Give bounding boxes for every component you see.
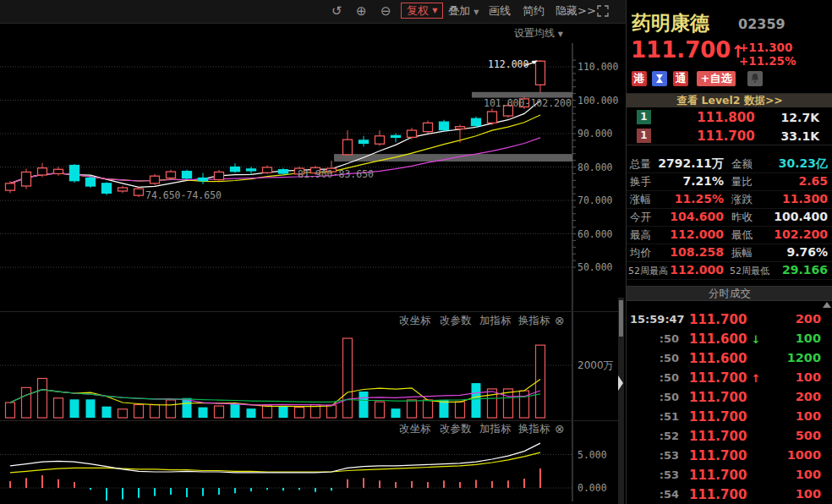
panel-divider xyxy=(0,311,618,312)
trade-price: 111.700 xyxy=(689,448,747,463)
tape-row: :53 111.700 1000 xyxy=(627,446,832,465)
stat-label: 振幅 xyxy=(731,246,753,260)
switch-indicator-link[interactable]: 换指标 xyxy=(518,422,550,436)
trade-price: 111.600 ↓ xyxy=(689,331,760,347)
close-panel-icon[interactable]: ⊗ xyxy=(555,422,565,436)
stat-row: 最高112.000 最低102.200 xyxy=(627,226,832,244)
close-panel-icon[interactable]: ⊗ xyxy=(555,314,565,327)
trade-time: :51 xyxy=(630,410,679,423)
stat-row: 总量2792.11万 金额30.23亿 xyxy=(627,155,832,173)
y-axis-label: 50.000 xyxy=(577,261,613,273)
trade-volume: 200 xyxy=(796,390,821,403)
stat-value: 112.000 xyxy=(657,263,724,277)
volume-axis-label: 2000万 xyxy=(577,359,614,371)
switch-indicator-link[interactable]: 换指标 xyxy=(518,314,550,328)
chart-toolbar: ↺ ⊕ ⊖ 复权 ▼ 叠加 ▼ 画线 简约 隐藏>> xyxy=(0,0,626,24)
overlay-button[interactable]: 叠加 ▼ xyxy=(448,4,479,19)
add-indicator-link[interactable]: 加指标 xyxy=(479,314,512,328)
change-params-link[interactable]: 改参数 xyxy=(440,314,472,328)
adjust-price-label: 复权 xyxy=(407,4,429,17)
trade-volume: 500 xyxy=(796,429,821,442)
simple-mode-button[interactable]: 简约 xyxy=(523,4,545,18)
vertical-scrollbar[interactable] xyxy=(618,298,624,504)
caret-down-icon: ▼ xyxy=(558,30,563,38)
panel-divider xyxy=(0,420,618,421)
trade-volume: 100 xyxy=(796,331,821,345)
last-price: 111.700↑ xyxy=(631,37,745,63)
add-indicator-link[interactable]: 加指标 xyxy=(479,422,512,436)
stat-value: 2792.11万 xyxy=(657,156,724,172)
stat-label: 均价 xyxy=(630,246,651,260)
alert-bell-icon[interactable] xyxy=(747,71,763,86)
ask-rank-badge: 1 xyxy=(637,110,651,124)
ask-size: 12.7K xyxy=(781,111,819,124)
stat-label: 金额 xyxy=(731,157,753,172)
change-params-link[interactable]: 改参数 xyxy=(440,422,472,436)
gap-annotation-old: 74.650-74.650 xyxy=(145,189,222,201)
draw-line-button[interactable]: 画线 xyxy=(489,4,511,18)
trade-price: 111.600 xyxy=(689,351,747,366)
change-axis-link[interactable]: 改坐标 xyxy=(399,314,431,328)
change-value: +11.300 xyxy=(739,41,796,54)
indicator-axis-label: 0.000 xyxy=(577,482,607,494)
change-axis-link[interactable]: 改坐标 xyxy=(399,422,431,436)
stat-label: 换手 xyxy=(630,175,651,189)
stat-label: 涨幅 xyxy=(630,193,651,207)
scrollbar-thumb[interactable] xyxy=(619,300,623,337)
stat-label: 最高 xyxy=(630,228,651,243)
zoom-in-icon[interactable]: ⊕ xyxy=(356,3,367,19)
collapse-panel-handle[interactable] xyxy=(618,375,623,391)
trade-time: 15:59:47 xyxy=(630,313,679,326)
divider xyxy=(627,145,832,145)
stat-row: 换手7.21% 量比2.65 xyxy=(627,173,832,191)
ma-settings-label: 设置均线 xyxy=(514,27,555,39)
trade-price: 111.700 xyxy=(689,390,747,405)
trade-price: 111.700 xyxy=(689,409,747,425)
trade-price: 111.700 xyxy=(689,468,747,483)
tape-row: :51 111.700 100 xyxy=(627,407,832,426)
y-axis-label: 80.000 xyxy=(577,162,613,173)
day-high-annotation: 112.000 xyxy=(488,58,528,70)
stat-value: 30.23亿 xyxy=(758,156,828,172)
bid-rank-badge: 1 xyxy=(637,129,651,143)
trade-time: :52 xyxy=(630,430,679,442)
price-ma-layer xyxy=(10,101,540,187)
ma-settings-dropdown[interactable]: 设置均线 ▼ xyxy=(514,26,563,41)
trade-volume: 100 xyxy=(796,409,821,423)
stat-value: 7.21% xyxy=(657,174,724,188)
trade-time: :53 xyxy=(630,449,679,462)
undo-icon[interactable]: ↺ xyxy=(331,3,342,19)
zoom-out-icon[interactable]: ⊖ xyxy=(380,3,391,19)
tape-row: :54 111.700 100 xyxy=(627,485,832,504)
stat-value: 11.300 xyxy=(758,192,828,205)
trade-volume: 100 xyxy=(796,487,821,501)
stat-row: 今开104.600 昨收100.400 xyxy=(627,208,832,227)
stat-value: 104.600 xyxy=(657,210,724,223)
stat-value: 2.65 xyxy=(758,174,828,188)
scroll-up-icon[interactable] xyxy=(823,302,831,308)
y-axis-label: 90.000 xyxy=(577,128,613,140)
y-axis-label: 100.000 xyxy=(577,95,619,107)
stat-label: 最低 xyxy=(731,228,753,243)
trade-time: :53 xyxy=(630,468,679,481)
tape-row: :50 111.600 ↓ 100 xyxy=(627,329,832,348)
trade-volume: 200 xyxy=(796,312,821,326)
adjust-price-button[interactable]: 复权 ▼ xyxy=(401,3,443,19)
add-watchlist-button[interactable]: +自选 xyxy=(697,71,736,86)
tape-row: :53 111.700 100 xyxy=(627,465,832,485)
bid-size: 33.1K xyxy=(781,129,819,143)
stock-code: 02359 xyxy=(738,16,785,32)
fullscreen-icon[interactable] xyxy=(597,5,609,20)
hk-market-badge: 港 xyxy=(632,71,647,86)
stat-value: 102.200 xyxy=(758,227,828,241)
tape-row: :50 111.600 1200 xyxy=(627,348,832,368)
caret-down-icon: ▼ xyxy=(432,7,437,14)
trade-price: 111.700 xyxy=(689,487,747,502)
hide-button[interactable]: 隐藏>> xyxy=(556,4,596,18)
price-change: +11.300 +11.25% xyxy=(739,41,796,68)
trade-time: :50 xyxy=(630,371,679,384)
level2-link[interactable]: 查看 Level2 数据>> xyxy=(627,93,832,107)
gap-annotation-mid: 81.900-83.650 xyxy=(298,168,374,180)
trade-price: 111.700 xyxy=(689,429,747,444)
trade-volume: 1000 xyxy=(787,448,821,462)
